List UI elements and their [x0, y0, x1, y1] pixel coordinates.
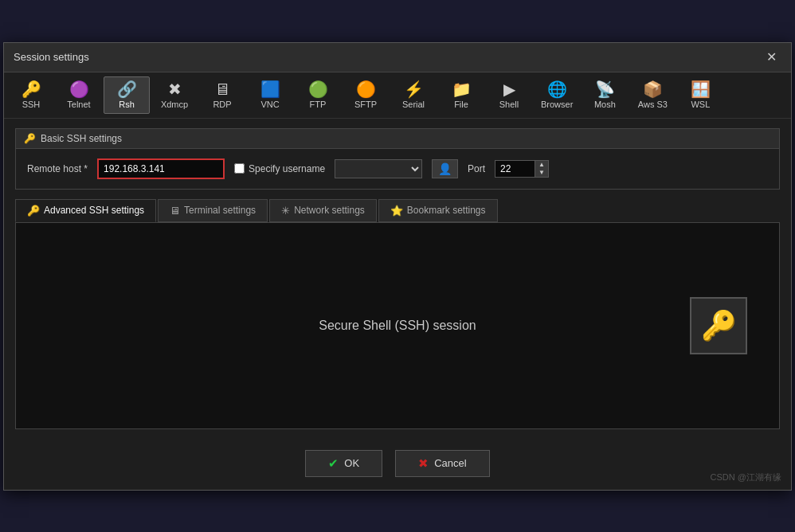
- watermark: CSDN @江湖有缘: [711, 471, 781, 483]
- advanced-tab-icon: 🔑: [27, 205, 40, 217]
- awss3-label: Aws S3: [638, 100, 668, 109]
- cancel-label: Cancel: [434, 457, 466, 469]
- cancel-button[interactable]: ✖ Cancel: [395, 450, 489, 477]
- file-label: File: [454, 100, 468, 109]
- browser-icon: 🌐: [547, 81, 567, 97]
- protocol-toolbar: 🔑SSH🟣Telnet🔗Rsh✖Xdmcp🖥RDP🟦VNC🟢FTP🟠SFTP⚡S…: [4, 72, 791, 119]
- protocol-btn-shell[interactable]: ▶Shell: [486, 76, 532, 114]
- serial-icon: ⚡: [404, 81, 424, 97]
- port-up-button[interactable]: ▲: [535, 161, 548, 169]
- mosh-label: Mosh: [594, 100, 616, 109]
- protocol-btn-serial[interactable]: ⚡Serial: [390, 76, 437, 114]
- xdmcp-label: Xdmcp: [161, 100, 188, 109]
- protocol-btn-rdp[interactable]: 🖥RDP: [199, 76, 245, 114]
- rsh-label: Rsh: [119, 100, 135, 109]
- add-user-button[interactable]: 👤: [432, 159, 458, 178]
- protocol-btn-file[interactable]: 📁File: [438, 76, 484, 114]
- bookmark-tab-icon: ⭐: [390, 205, 403, 217]
- bottom-bar: ✔ OK ✖ Cancel: [4, 439, 791, 490]
- vnc-label: VNC: [260, 100, 279, 109]
- port-arrows: ▲ ▼: [535, 160, 549, 178]
- protocol-btn-rsh[interactable]: 🔗Rsh: [104, 76, 150, 114]
- remote-host-label: Remote host *: [27, 163, 88, 174]
- specify-username-checkbox[interactable]: [234, 163, 245, 174]
- rsh-icon: 🔗: [117, 81, 137, 97]
- session-label: Secure Shell (SSH) session: [319, 319, 476, 333]
- advanced-tab-label: Advanced SSH settings: [44, 205, 144, 216]
- ok-icon: ✔: [328, 456, 339, 471]
- file-icon: 📁: [452, 81, 472, 97]
- wsl-label: WSL: [691, 100, 710, 109]
- ftp-icon: 🟢: [308, 81, 328, 97]
- port-spinner: ▲ ▼: [495, 160, 549, 178]
- shell-icon: ▶: [503, 81, 515, 97]
- protocol-btn-awss3[interactable]: 📦Aws S3: [629, 76, 676, 114]
- key-icon: 🔑: [701, 309, 737, 342]
- basic-settings-title: 🔑 Basic SSH settings: [16, 129, 779, 149]
- rdp-label: RDP: [213, 100, 231, 109]
- protocol-btn-vnc[interactable]: 🟦VNC: [247, 76, 293, 114]
- shell-label: Shell: [499, 100, 519, 109]
- basic-settings-body: Remote host * Specify username 👤 Port: [16, 149, 779, 189]
- mosh-icon: 📡: [595, 81, 615, 97]
- browser-label: Browser: [541, 100, 573, 109]
- protocol-btn-telnet[interactable]: 🟣Telnet: [56, 76, 102, 114]
- specify-username-text: Specify username: [249, 163, 325, 174]
- sftp-icon: 🟠: [356, 81, 376, 97]
- close-button[interactable]: ✕: [762, 49, 781, 65]
- protocol-btn-xdmcp[interactable]: ✖Xdmcp: [151, 76, 198, 114]
- sub-tab-advanced[interactable]: 🔑Advanced SSH settings: [15, 199, 156, 222]
- telnet-icon: 🟣: [69, 81, 89, 97]
- telnet-label: Telnet: [67, 100, 90, 109]
- content-area: Secure Shell (SSH) session 🔑: [15, 222, 780, 429]
- protocol-btn-browser[interactable]: 🌐Browser: [534, 76, 580, 114]
- rdp-icon: 🖥: [214, 81, 230, 97]
- cancel-icon: ✖: [418, 456, 429, 471]
- port-input[interactable]: [495, 160, 535, 178]
- protocol-btn-sftp[interactable]: 🟠SFTP: [343, 76, 389, 114]
- bookmark-tab-label: Bookmark settings: [407, 205, 486, 216]
- terminal-tab-icon: 🖥: [170, 205, 180, 217]
- main-content: 🔑 Basic SSH settings Remote host * Speci…: [4, 119, 791, 439]
- protocol-btn-wsl[interactable]: 🪟WSL: [677, 76, 723, 114]
- sftp-label: SFTP: [354, 100, 377, 109]
- sub-tab-terminal[interactable]: 🖥Terminal settings: [158, 199, 268, 222]
- network-tab-icon: ✳: [281, 205, 290, 217]
- protocol-btn-mosh[interactable]: 📡Mosh: [582, 76, 628, 114]
- username-select[interactable]: [335, 159, 422, 178]
- ssh-icon: 🔑: [22, 81, 41, 97]
- session-settings-dialog: Session settings ✕ 🔑SSH🟣Telnet🔗Rsh✖Xdmcp…: [3, 42, 792, 491]
- key-icon-box: 🔑: [690, 297, 747, 354]
- terminal-tab-label: Terminal settings: [184, 205, 256, 216]
- ssh-label: SSH: [22, 100, 41, 109]
- protocol-btn-ssh[interactable]: 🔑SSH: [8, 76, 54, 114]
- serial-label: Serial: [402, 100, 425, 109]
- title-bar: Session settings ✕: [4, 43, 791, 72]
- port-label: Port: [468, 163, 485, 174]
- sub-tab-network[interactable]: ✳Network settings: [269, 199, 377, 222]
- sub-tab-bookmark[interactable]: ⭐Bookmark settings: [378, 199, 498, 222]
- basic-settings-label: Basic SSH settings: [41, 133, 122, 144]
- awss3-icon: 📦: [643, 81, 663, 97]
- specify-username-label[interactable]: Specify username: [234, 163, 325, 174]
- network-tab-label: Network settings: [294, 205, 365, 216]
- basic-settings-panel: 🔑 Basic SSH settings Remote host * Speci…: [15, 128, 780, 190]
- port-down-button[interactable]: ▼: [535, 169, 548, 177]
- vnc-icon: 🟦: [260, 81, 280, 97]
- protocol-btn-ftp[interactable]: 🟢FTP: [295, 76, 341, 114]
- ftp-label: FTP: [310, 100, 327, 109]
- wsl-icon: 🪟: [691, 81, 711, 97]
- dialog-title: Session settings: [14, 51, 89, 63]
- sub-tabs: 🔑Advanced SSH settings🖥Terminal settings…: [15, 199, 780, 222]
- ok-label: OK: [344, 457, 359, 469]
- remote-host-input[interactable]: [97, 158, 225, 179]
- ok-button[interactable]: ✔ OK: [305, 450, 382, 477]
- settings-key-icon: 🔑: [24, 133, 36, 144]
- xdmcp-icon: ✖: [168, 81, 182, 97]
